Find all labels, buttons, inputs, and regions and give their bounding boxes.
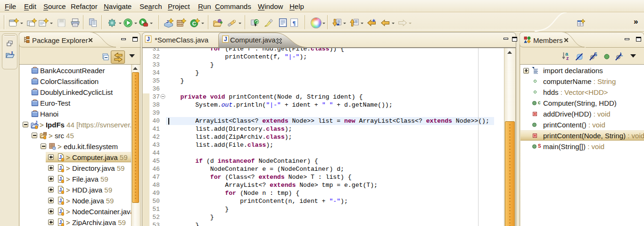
svg-text:J: J <box>224 36 227 42</box>
svg-text:z: z <box>566 55 569 61</box>
svg-text:J: J <box>59 208 62 214</box>
svg-text:J: J <box>35 120 38 125</box>
svg-text:C: C <box>192 21 196 26</box>
svg-text:J: J <box>147 36 150 42</box>
svg-text:J: J <box>166 19 168 24</box>
svg-text:J: J <box>59 165 62 170</box>
svg-text:¶: ¶ <box>292 19 296 26</box>
svg-text:J: J <box>59 176 62 181</box>
svg-text:J: J <box>59 154 62 159</box>
svg-text:J: J <box>59 197 62 203</box>
svg-text:J: J <box>59 186 62 192</box>
svg-text:J: J <box>10 50 13 56</box>
svg-text:J: J <box>59 219 62 225</box>
